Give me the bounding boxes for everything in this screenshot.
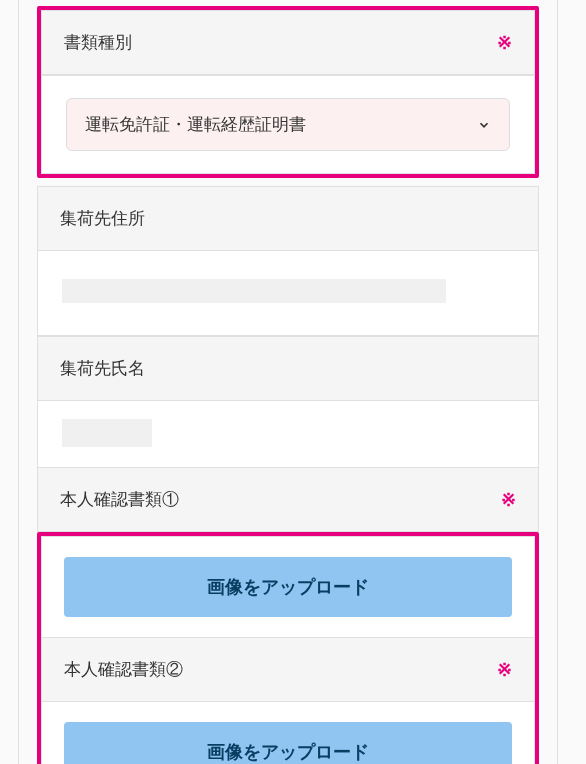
pickup-name-value-redacted [62, 419, 152, 447]
upload-button-doc-1[interactable]: 画像をアップロード [64, 557, 512, 617]
required-mark-icon: ※ [497, 32, 512, 54]
id-doc-1-body: 画像をアップロード [41, 536, 535, 638]
required-mark-icon: ※ [501, 489, 516, 511]
chevron-down-icon [477, 118, 491, 132]
document-type-body: 運転免許証・運転経歴証明書 [41, 75, 535, 174]
pickup-address-header: 集荷先住所 [37, 186, 539, 251]
highlight-upload-section: 画像をアップロード 本人確認書類② ※ 画像をアップロード [37, 532, 539, 764]
id-doc-2-header: 本人確認書類② ※ [41, 638, 535, 702]
highlight-document-type: 書類種別 ※ 運転免許証・運転経歴証明書 [37, 6, 539, 178]
id-doc-1-header: 本人確認書類① ※ [37, 468, 539, 532]
required-mark-icon: ※ [497, 659, 512, 681]
pickup-address-label: 集荷先住所 [60, 209, 145, 228]
document-type-select[interactable]: 運転免許証・運転経歴証明書 [66, 98, 510, 151]
id-doc-2-label: 本人確認書類② [64, 658, 183, 681]
pickup-name-label: 集荷先氏名 [60, 359, 145, 378]
document-type-selected-value: 運転免許証・運転経歴証明書 [85, 113, 306, 136]
pickup-name-header: 集荷先氏名 [37, 336, 539, 401]
document-type-label: 書類種別 [64, 31, 132, 54]
pickup-address-body [37, 251, 539, 336]
id-doc-1-label: 本人確認書類① [60, 488, 179, 511]
pickup-address-value-redacted [62, 279, 446, 303]
id-doc-2-body: 画像をアップロード [41, 702, 535, 764]
document-type-header: 書類種別 ※ [41, 10, 535, 75]
upload-button-doc-2[interactable]: 画像をアップロード [64, 722, 512, 764]
pickup-name-body [37, 401, 539, 468]
